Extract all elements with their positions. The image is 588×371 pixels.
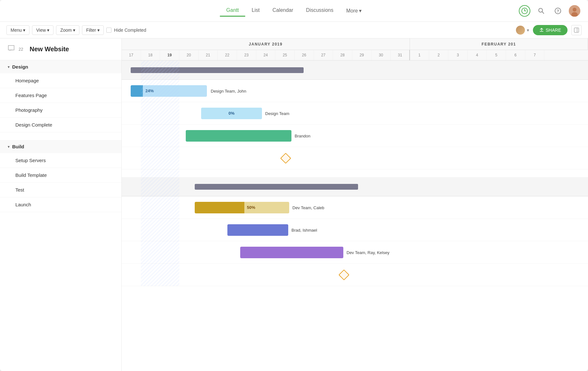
svg-rect-10 — [574, 28, 579, 32]
gantt-day-3: 3 — [448, 50, 468, 60]
gantt-row-test: Dev Team, Ray, Kelsey — [122, 241, 588, 264]
group-design-label: Design — [12, 64, 28, 70]
zoom-chevron-icon: ▾ — [73, 28, 75, 33]
task-features-page[interactable]: Features Page — [0, 88, 121, 103]
project-header: 22 New Website — [0, 38, 121, 60]
gantt-row-photography: Brandon — [122, 125, 588, 147]
tab-discussions[interactable]: Discussions — [300, 5, 340, 17]
gantt-day-5: 5 — [487, 50, 506, 60]
comment-count: 22 — [19, 47, 23, 52]
menu-button[interactable]: Menu ▾ — [6, 25, 29, 35]
gantt-day-20: 20 — [179, 50, 199, 60]
gantt-row-design-group — [122, 61, 588, 80]
gantt-area: JANUARY 2019 FEBRUARY 201 17181920212223… — [122, 38, 588, 371]
chevron-down-icon: ▾ — [8, 144, 10, 149]
sidebar: 22 New Website ▾ Design Homepage Feature… — [0, 38, 122, 371]
chevron-down-icon: ▾ — [8, 65, 10, 69]
tab-list[interactable]: List — [245, 5, 266, 17]
gantt-day-29: 29 — [352, 50, 372, 60]
gantt-row-homepage: 24% Design Team, John — [122, 80, 588, 102]
chevron-down-icon[interactable]: ▾ — [527, 28, 529, 33]
chevron-down-icon: ▾ — [359, 8, 362, 14]
toolbar-left: Menu ▾ View ▾ Zoom ▾ Filter ▾ Hide Compl… — [6, 25, 146, 35]
build-template-label: Brad, Ishmael — [291, 227, 317, 232]
menu-chevron-icon: ▾ — [23, 28, 25, 33]
gantt-day-28: 28 — [333, 50, 352, 60]
task-design-complete[interactable]: Design Complete — [0, 118, 121, 132]
photography-bar — [186, 130, 291, 142]
setup-servers-label: Dev Team, Caleb — [292, 205, 324, 210]
features-bar-label: Design Team — [265, 111, 290, 116]
svg-point-3 — [539, 8, 543, 12]
tab-more[interactable]: More ▾ — [340, 5, 368, 16]
gantt-day-23: 23 — [237, 50, 256, 60]
gantt-row-build-group — [122, 177, 588, 196]
gantt-day-2: 2 — [429, 50, 448, 60]
gantt-day-6: 6 — [506, 50, 525, 60]
task-test[interactable]: Test — [0, 183, 121, 197]
search-icon[interactable] — [535, 5, 547, 17]
zoom-button[interactable]: Zoom ▾ — [56, 25, 79, 35]
tab-gantt[interactable]: Gantt — [220, 5, 245, 17]
gantt-day-19: 19 — [160, 50, 179, 60]
toolbar: Menu ▾ View ▾ Zoom ▾ Filter ▾ Hide Compl… — [0, 22, 588, 38]
hide-completed-checkbox[interactable] — [106, 28, 111, 33]
gantt-day-24: 24 — [256, 50, 275, 60]
hide-completed-toggle[interactable]: Hide Completed — [106, 28, 146, 33]
features-bar: 0% — [201, 108, 262, 119]
avatar-group: ▾ — [515, 25, 529, 35]
photography-bar-label: Brandon — [295, 133, 310, 138]
gantt-day-1: 1 — [410, 50, 429, 60]
gantt-day-18: 18 — [141, 50, 160, 60]
view-button[interactable]: View ▾ — [32, 25, 53, 35]
toolbar-right: ▾ SHARE — [515, 25, 582, 35]
gantt-day-25: 25 — [275, 50, 295, 60]
gantt-days-row: 1718192021222324252627282930311234567 — [122, 50, 588, 60]
test-bar-label: Dev Team, Ray, Kelsey — [347, 250, 389, 255]
group-build-label: Build — [12, 144, 24, 149]
gantt-day-31: 31 — [391, 50, 410, 60]
timer-icon[interactable] — [519, 5, 530, 17]
title-bar-right: ? — [519, 5, 580, 17]
task-launch[interactable]: Launch — [0, 197, 121, 212]
spacer — [122, 169, 588, 177]
design-complete-milestone — [280, 153, 291, 164]
tab-calendar[interactable]: Calendar — [266, 5, 300, 17]
gantt-day-4: 4 — [468, 50, 487, 60]
homepage-bar-label: Design Team, John — [211, 88, 246, 93]
gantt-header: JANUARY 2019 FEBRUARY 201 17181920212223… — [122, 38, 588, 61]
svg-point-8 — [573, 8, 576, 12]
panel-toggle-button[interactable] — [571, 25, 582, 35]
task-build-template[interactable]: Build Template — [0, 168, 121, 183]
main-content: 22 New Website ▾ Design Homepage Feature… — [0, 38, 588, 371]
month-january: JANUARY 2019 — [122, 38, 410, 50]
avatar-item[interactable] — [515, 25, 526, 35]
gantt-day-26: 26 — [295, 50, 314, 60]
svg-text:?: ? — [557, 9, 559, 13]
gantt-day-7: 7 — [525, 50, 544, 60]
task-setup-servers[interactable]: Setup Servers — [0, 153, 121, 168]
filter-button[interactable]: Filter ▾ — [82, 25, 104, 35]
task-photography[interactable]: Photography — [0, 103, 121, 118]
svg-line-4 — [542, 12, 544, 13]
share-button[interactable]: SHARE — [533, 25, 568, 35]
launch-milestone — [339, 269, 349, 280]
help-icon[interactable]: ? — [552, 5, 564, 17]
setup-servers-bar-progress — [195, 202, 244, 213]
test-bar — [240, 247, 343, 258]
project-title: New Website — [29, 45, 69, 53]
title-bar: Gantt List Calendar Discussions More ▾ — [0, 0, 588, 22]
task-homepage[interactable]: Homepage — [0, 73, 121, 88]
gantt-day-21: 21 — [199, 50, 218, 60]
today-highlight — [141, 61, 179, 286]
gantt-row-design-complete — [122, 147, 588, 169]
gantt-row-setup-servers: 50% Dev Team, Caleb — [122, 196, 588, 219]
group-build[interactable]: ▾ Build — [0, 140, 121, 153]
user-avatar[interactable] — [569, 5, 580, 17]
gantt-row-launch — [122, 264, 588, 286]
gantt-day-17: 17 — [122, 50, 141, 60]
comment-icon — [8, 45, 15, 54]
group-design[interactable]: ▾ Design — [0, 60, 121, 73]
view-chevron-icon: ▾ — [47, 28, 49, 33]
gantt-months-row: JANUARY 2019 FEBRUARY 201 — [122, 38, 588, 50]
